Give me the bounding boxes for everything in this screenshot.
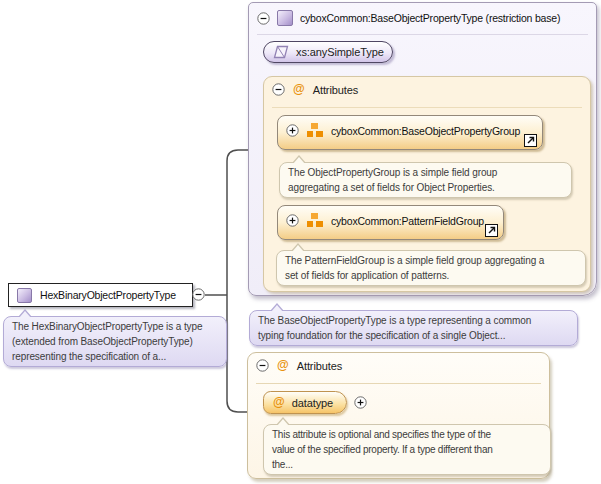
jump-to-definition-icon[interactable] <box>485 223 498 236</box>
collapse-toggle-icon[interactable] <box>192 288 205 301</box>
attribute-group-icon <box>307 123 323 138</box>
group-doc-tooltip: The PatternFieldGroup is a simple field … <box>276 250 586 286</box>
divider <box>272 107 582 108</box>
expand-toggle-icon[interactable] <box>354 396 367 409</box>
base-type-header: cyboxCommon:BaseObjectPropertyType (rest… <box>257 10 590 26</box>
attributes-header: @ Attributes <box>272 83 584 96</box>
attributes-title: Attributes <box>297 360 342 372</box>
complex-type-icon <box>277 10 293 26</box>
collapse-toggle-icon[interactable] <box>256 359 269 372</box>
attributes-header: @ Attributes <box>256 359 543 372</box>
divider <box>256 383 541 384</box>
attributes-title: Attributes <box>313 84 358 96</box>
collapse-toggle-icon[interactable] <box>257 12 270 25</box>
simple-type-pill[interactable]: xs:anySimpleType <box>263 41 393 63</box>
attribute-icon: @ <box>277 359 289 372</box>
divider <box>257 34 588 35</box>
base-type-title: cyboxCommon:BaseObjectPropertyType (rest… <box>300 12 560 24</box>
attribute-group-icon <box>307 213 323 228</box>
group-name: cyboxCommon:PatternFieldGroup <box>331 215 484 227</box>
attribute-name: datatype <box>292 397 333 409</box>
attribute-icon: @ <box>273 396 285 409</box>
attribute-icon: @ <box>293 83 305 96</box>
group-name: cyboxCommon:BaseObjectPropertyGroup <box>331 125 520 137</box>
collapse-toggle-icon[interactable] <box>272 83 285 96</box>
base-attributes-section: @ Attributes cyboxCommon:BaseObjectPrope… <box>263 76 591 292</box>
attr-group-patternfieldgroup[interactable]: cyboxCommon:PatternFieldGroup <box>277 205 504 240</box>
base-type-doc-tooltip: The BaseObjectPropertyType is a type rep… <box>249 310 578 346</box>
node-hexbinaryobjectpropertytype[interactable]: HexBinaryObjectPropertyType <box>8 283 193 307</box>
complex-type-icon <box>17 288 32 303</box>
base-type-box: cyboxCommon:BaseObjectPropertyType (rest… <box>248 2 597 296</box>
jump-to-definition-icon[interactable] <box>524 133 537 146</box>
attribute-datatype-pill[interactable]: @ datatype <box>263 391 347 414</box>
node-label: HexBinaryObjectPropertyType <box>40 289 176 301</box>
group-doc-tooltip: The ObjectPropertyGroup is a simple fiel… <box>279 162 572 198</box>
root-doc-tooltip: The HexBinaryObjectPropertyType is a typ… <box>3 316 227 367</box>
simple-type-label: xs:anySimpleType <box>296 46 384 58</box>
attr-group-baseobjectpropertygroup[interactable]: cyboxCommon:BaseObjectPropertyGroup <box>277 115 543 150</box>
expand-toggle-icon[interactable] <box>286 124 299 137</box>
simple-type-icon <box>273 45 289 59</box>
own-attributes-section: @ Attributes @ datatype This attribute i… <box>247 352 550 479</box>
attribute-doc-tooltip: This attribute is optional and specifies… <box>263 424 551 475</box>
expand-toggle-icon[interactable] <box>286 214 299 227</box>
